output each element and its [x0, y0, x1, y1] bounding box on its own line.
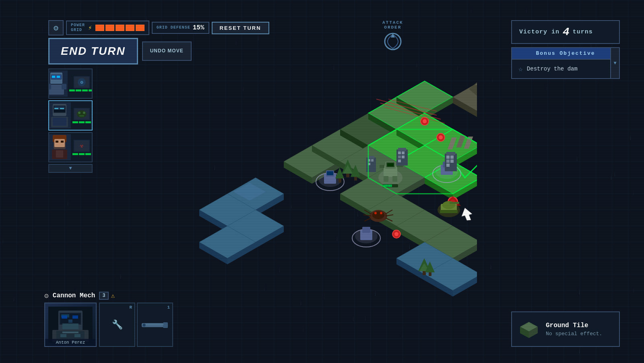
- weapon-slots: R 🔧 1: [99, 303, 173, 347]
- svg-rect-206: [398, 156, 401, 158]
- weapon-slot-1-label: R: [129, 305, 132, 310]
- isometric-board[interactable]: [147, 41, 477, 303]
- svg-rect-157: [327, 171, 333, 175]
- grid-defense-value: 15%: [193, 24, 204, 31]
- friendly-tank[interactable]: [438, 201, 472, 220]
- svg-rect-210: [368, 156, 374, 159]
- svg-rect-7: [48, 84, 51, 89]
- pilot-portrait[interactable]: Anton Perez: [44, 303, 97, 347]
- power-grid-label: POWER GRID: [71, 23, 85, 33]
- power-bar-4: [126, 25, 134, 31]
- bonus-objective-box: Bonus Objective ☆ Destroy the dam ▼: [511, 47, 620, 79]
- weapon-1-icon: 🔧: [112, 319, 123, 330]
- unit-card-1[interactable]: ⚙: [48, 68, 93, 99]
- svg-rect-32: [56, 141, 58, 143]
- power-bar-2: [105, 25, 114, 31]
- svg-rect-8: [62, 84, 66, 89]
- victory-box: Victory in 4 turns: [511, 20, 620, 44]
- svg-rect-151: [440, 210, 458, 213]
- svg-rect-238: [74, 334, 80, 337]
- building-2[interactable]: [366, 156, 376, 172]
- tile-description: No special effect.: [546, 331, 602, 337]
- svg-point-173: [372, 211, 384, 219]
- victory-prefix: Victory in: [519, 29, 559, 35]
- svg-rect-145: [386, 185, 389, 187]
- grid-defense-box: GRID DEFENSE 15%: [152, 22, 209, 34]
- unit-avatar-1: [48, 71, 68, 97]
- unit-card-1-right: ⚙: [68, 75, 93, 93]
- svg-rect-19: [60, 108, 64, 109]
- hud-row-1: ⚙ POWER GRID ⚡ GRID DEFENSE 15% RESET TU…: [48, 20, 269, 35]
- svg-rect-31: [54, 139, 65, 147]
- power-bar-5: [136, 25, 144, 31]
- power-bars: [95, 25, 144, 31]
- svg-line-169: [364, 218, 371, 221]
- svg-rect-4: [52, 76, 55, 78]
- tile-mountain-1[interactable]: [453, 79, 477, 119]
- tile-info-box: Ground Tile No special effect.: [511, 311, 620, 347]
- victory-suffix: turns: [573, 29, 593, 35]
- svg-rect-240: [163, 322, 168, 328]
- select-circle-2[interactable]: [352, 227, 380, 247]
- svg-point-243: [143, 324, 145, 326]
- unit-list-scroll-down[interactable]: ▼: [48, 164, 93, 173]
- unit-card-2[interactable]: [48, 100, 93, 131]
- svg-point-174: [374, 212, 377, 214]
- svg-point-24: [77, 110, 87, 118]
- power-grid-box: POWER GRID ⚡: [66, 21, 149, 35]
- unit-card-3[interactable]: ☣: [48, 132, 93, 162]
- svg-rect-216: [446, 156, 450, 159]
- svg-point-125: [423, 119, 427, 123]
- unit-info-badges: 3 ⚠: [99, 292, 115, 300]
- bonus-objective-scroll[interactable]: ▼: [610, 48, 619, 78]
- svg-point-26: [83, 112, 85, 114]
- svg-rect-212: [371, 159, 374, 162]
- svg-rect-203: [398, 148, 406, 151]
- tile-icon: [518, 319, 539, 340]
- svg-rect-219: [450, 160, 454, 163]
- unit-3-bars: [72, 153, 91, 155]
- svg-rect-208: [398, 160, 401, 162]
- svg-rect-231: [72, 315, 78, 319]
- game-area[interactable]: [121, 40, 503, 303]
- attack-order-label: ATTACK ORDER: [382, 20, 403, 30]
- unit-2-bars: [72, 121, 91, 123]
- enemy-unit-2[interactable]: [437, 133, 445, 141]
- svg-rect-205: [402, 151, 405, 154]
- weapon-slot-1[interactable]: R 🔧: [99, 303, 135, 347]
- svg-rect-233: [62, 324, 78, 329]
- building-3[interactable]: [445, 152, 457, 171]
- weapon-slot-2[interactable]: 1: [137, 303, 173, 347]
- bonus-objective-text: Destroy the dam: [527, 66, 578, 72]
- unit-list: ⚙: [48, 68, 93, 173]
- svg-rect-35: [56, 150, 63, 158]
- svg-rect-18: [54, 108, 58, 109]
- reset-turn-button[interactable]: RESET TURN: [212, 22, 269, 34]
- svg-rect-137: [392, 176, 397, 182]
- svg-point-175: [380, 212, 382, 214]
- svg-rect-230: [62, 315, 67, 319]
- svg-rect-232: [68, 319, 72, 323]
- svg-rect-237: [60, 334, 66, 337]
- svg-rect-150: [450, 202, 459, 204]
- bottom-right-panel: Ground Tile No special effect.: [511, 311, 620, 347]
- tile-info-text: Ground Tile No special effect.: [546, 322, 602, 337]
- bottom-unit-info: ⚙ Cannon Mech 3 ⚠: [44, 291, 173, 347]
- cannon-mech-icon: ⚙: [44, 291, 49, 300]
- svg-rect-217: [450, 156, 454, 159]
- pilot-name: Anton Perez: [45, 339, 96, 346]
- svg-point-25: [78, 112, 80, 114]
- unit-1-bars: [69, 89, 93, 91]
- svg-rect-21: [53, 118, 66, 126]
- svg-text:☣: ☣: [79, 142, 84, 150]
- grid-defense-label: GRID DEFENSE: [157, 25, 190, 30]
- gear-button[interactable]: ⚙: [48, 20, 64, 35]
- enemy-unit-3[interactable]: [392, 230, 400, 238]
- isometric-grid-svg[interactable]: [147, 41, 477, 303]
- svg-rect-146: [390, 185, 392, 187]
- svg-rect-207: [402, 156, 405, 158]
- building-1[interactable]: [396, 148, 408, 166]
- svg-text:⚙: ⚙: [80, 80, 83, 85]
- tile-title: Ground Tile: [546, 322, 602, 329]
- weapon-slot-2-label: 1: [167, 305, 170, 310]
